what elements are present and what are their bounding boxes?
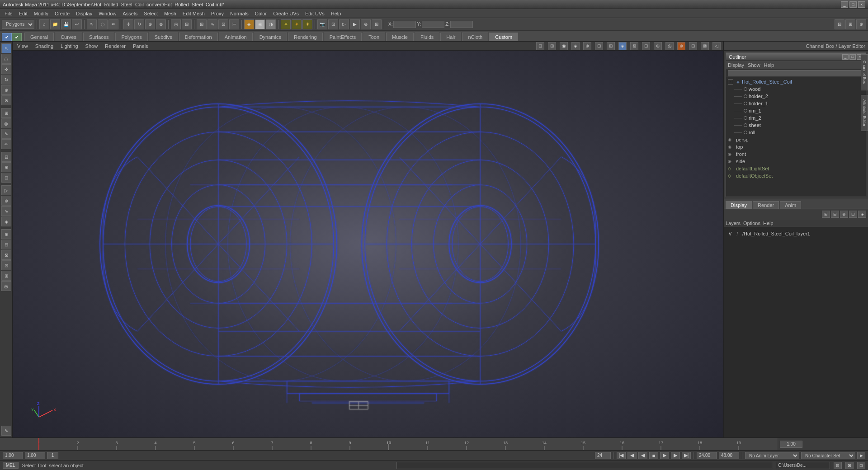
play-last-btn[interactable]: ▶| <box>682 452 691 459</box>
tab-custom[interactable]: Custom <box>489 33 518 41</box>
toolbar-home-btn[interactable]: ⌂ <box>39 19 49 29</box>
layer-row-1[interactable]: V / /Hot_Rolled_Steel_Coil_layer1 <box>726 229 866 238</box>
timeline-frame-input[interactable] <box>780 441 802 448</box>
vp-icon9[interactable]: ⊡ <box>642 42 650 50</box>
tool-extra4-btn[interactable]: ⊡ <box>1 260 11 270</box>
tab-deformation[interactable]: Deformation <box>179 33 218 41</box>
status-btn1[interactable]: ⊟ <box>834 462 842 469</box>
tool-anim-btn[interactable]: ⊛ <box>1 196 11 206</box>
start-frame-input[interactable] <box>3 452 23 459</box>
layer-opt-layers[interactable]: Layers <box>726 221 741 226</box>
play-fwd-btn[interactable]: ▶ <box>660 452 669 459</box>
toolbar-snap-curve-btn[interactable]: ∿ <box>208 19 217 29</box>
tree-item-sheet[interactable]: —— sheet <box>726 122 866 129</box>
tree-item-persp[interactable]: ◉ persp <box>726 136 866 143</box>
toolbar-lasso-btn[interactable]: ◌ <box>98 19 108 29</box>
tool-show-manip-btn[interactable]: ⊞ <box>1 108 11 118</box>
tool-paint-btn[interactable]: ✏ <box>1 139 11 149</box>
vp-icon4[interactable]: ◈ <box>571 42 580 50</box>
toolbar-batch-btn[interactable]: ⊞ <box>372 19 382 29</box>
tab-fluids[interactable]: Fluids <box>415 33 439 41</box>
mel-label[interactable]: MEL <box>3 462 19 469</box>
vp-icon10[interactable]: ⊕ <box>654 42 662 50</box>
tool-layer-btn[interactable]: ⊟ <box>1 152 11 162</box>
tab-hair[interactable]: Hair <box>440 33 461 41</box>
tool-sculpt-btn[interactable]: ✎ <box>1 129 11 139</box>
char-set-select[interactable]: No Character Set <box>801 452 855 459</box>
z-input[interactable] <box>450 21 473 28</box>
tab-toon[interactable]: Toon <box>363 33 385 41</box>
tool-camera-btn[interactable]: ⊡ <box>1 173 11 183</box>
toolbar-snap-view-btn[interactable]: ⊢ <box>229 19 239 29</box>
vp-icon13[interactable]: ⊠ <box>701 42 709 50</box>
toolbar-open-btn[interactable]: 📁 <box>50 19 60 29</box>
timeline-ruler[interactable]: 1 2 3 4 5 6 7 8 9 10 11 12 13 14 15 16 1 <box>0 438 778 450</box>
tool-grid-btn[interactable]: ⊞ <box>1 162 11 172</box>
tool-extra2-btn[interactable]: ⊟ <box>1 240 11 249</box>
maximize-button[interactable]: □ <box>849 1 857 8</box>
vp-icon6[interactable]: ⊡ <box>595 42 603 50</box>
toolbar-snap-grid-btn[interactable]: ⊞ <box>197 19 207 29</box>
tree-item-wood[interactable]: —— wood <box>726 85 866 93</box>
menu-edit-uvs[interactable]: Edit UVs <box>302 10 327 17</box>
mode-dropdown[interactable]: Polygons <box>2 20 34 29</box>
vp-icon7[interactable]: ⊞ <box>607 42 615 50</box>
tab-polygons[interactable]: Polygons <box>115 33 147 41</box>
tab-muscle[interactable]: Muscle <box>386 33 414 41</box>
y-input[interactable] <box>422 21 444 28</box>
tab-animation[interactable]: Animation <box>219 33 253 41</box>
tree-item-top[interactable]: ◉ top <box>726 143 866 150</box>
tool-dynamics-btn[interactable]: ◈ <box>1 216 11 226</box>
tool-script-btn[interactable]: ✎ <box>1 426 11 436</box>
tool-extra5-btn[interactable]: ⊞ <box>1 271 11 281</box>
toolbar-renderview-btn[interactable]: ▶ <box>350 19 360 29</box>
command-input[interactable] <box>396 462 772 469</box>
mode-check2-btn[interactable]: ✔ <box>12 33 22 41</box>
vp-icon11[interactable]: ◎ <box>665 42 674 50</box>
tree-item-front[interactable]: ◉ front <box>726 150 866 158</box>
layer-opt-help[interactable]: Help <box>763 221 774 226</box>
toolbar-undo-btn[interactable]: ↩ <box>72 19 82 29</box>
toolbar-history-btn[interactable]: ⊟ <box>182 19 192 29</box>
menu-edit[interactable]: Edit <box>16 10 30 17</box>
toolbar-light3-btn[interactable]: ☀ <box>302 19 312 29</box>
bc-extra-btn[interactable]: ▶ <box>857 452 865 459</box>
minimize-button[interactable]: _ <box>841 1 848 8</box>
close-button[interactable]: × <box>858 1 865 8</box>
menu-normals[interactable]: Normals <box>227 10 251 17</box>
tab-general[interactable]: General <box>24 33 54 41</box>
tool-paint-select-btn[interactable]: ◌ <box>1 54 11 64</box>
toolbar-save-btn[interactable]: 💾 <box>61 19 71 29</box>
vp-menu-renderer[interactable]: Renderer <box>103 43 127 49</box>
layer-tab-display[interactable]: Display <box>726 201 752 209</box>
tool-extra1-btn[interactable]: ⊕ <box>1 229 11 239</box>
key-frame-input[interactable] <box>25 452 45 459</box>
menu-window[interactable]: Window <box>96 10 119 17</box>
toolbar-snap-point-btn[interactable]: ⊡ <box>218 19 228 29</box>
vp-icon12[interactable]: ⊟ <box>689 42 697 50</box>
tree-item-lightset[interactable]: ◇ defaultLightSet <box>726 165 866 172</box>
vp-menu-shading[interactable]: Shading <box>33 43 55 49</box>
layer-btn2[interactable]: ⊟ <box>831 211 839 218</box>
status-btn2[interactable]: ⊠ <box>845 462 854 469</box>
vp-tex-btn[interactable]: ⊛ <box>677 42 685 50</box>
toolbar-render-btn[interactable]: ▷ <box>339 19 349 29</box>
toolbar-translate-btn[interactable]: ✛ <box>123 19 133 29</box>
layer-btn3[interactable]: ⊕ <box>840 211 848 218</box>
toolbar-rotate-btn[interactable]: ↻ <box>134 19 144 29</box>
3d-viewport[interactable]: X Y Z <box>13 51 723 437</box>
menu-color[interactable]: Color <box>252 10 269 17</box>
vp-menu-panels[interactable]: Panels <box>131 43 150 49</box>
toolbar-ipr-btn[interactable]: ⊛ <box>361 19 371 29</box>
tree-item-coil[interactable]: - ◈ Hot_Rolled_Steel_Coil <box>726 78 866 85</box>
vp-menu-show[interactable]: Show <box>84 43 100 49</box>
play-first-btn[interactable]: |◀ <box>617 452 626 459</box>
menu-display[interactable]: Display <box>73 10 95 17</box>
toolbar-flat-btn[interactable]: ◑ <box>266 19 276 29</box>
toolbar-frame-btn[interactable]: ⊡ <box>328 19 338 29</box>
menu-file[interactable]: File <box>2 10 15 17</box>
tree-item-objectset[interactable]: ◇ defaultObjectSet <box>726 172 866 179</box>
vp-icon3[interactable]: ◉ <box>560 42 568 50</box>
play-next-btn[interactable]: ▶ <box>671 452 680 459</box>
expand-coil[interactable]: - <box>728 79 733 85</box>
